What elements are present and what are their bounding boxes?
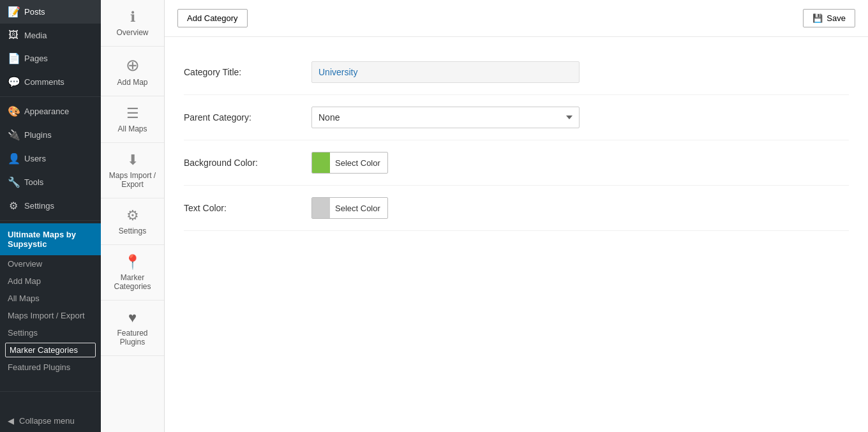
sidebar-item-tools[interactable]: 🔧 Tools (0, 170, 101, 194)
featured-plugins-icon: ♥ (128, 309, 137, 326)
plugin-secondary-sidebar: ℹ Overview ⊕ Add Map ☰ All Maps ⬇ Maps I… (101, 0, 165, 432)
subitem-all-maps[interactable]: All Maps (0, 290, 101, 307)
sidebar-item-posts[interactable]: 📝 Posts (0, 0, 101, 24)
main-content: Add Category 💾 Save Category Title: Pare… (165, 0, 868, 432)
plugin-nav-import-export[interactable]: ⬇ Maps Import / Export (101, 143, 164, 198)
tools-icon: 🔧 (8, 176, 19, 188)
all-maps-icon: ☰ (126, 105, 139, 122)
background-color-swatch (312, 153, 330, 173)
users-icon: 👤 (8, 153, 19, 165)
plugin-nav-marker-categories[interactable]: 📍 Marker Categories (101, 245, 164, 301)
settings-icon: ⚙ (8, 200, 19, 212)
category-title-label: Category Title: (184, 67, 311, 77)
pages-icon: 📄 (8, 52, 19, 64)
subitem-add-map[interactable]: Add Map (0, 272, 101, 290)
subitem-featured-plugins[interactable]: Featured Plugins (0, 359, 101, 376)
settings-nav-icon: ⚙ (126, 207, 139, 224)
background-color-field: Select Color (311, 152, 849, 174)
sidebar-item-users[interactable]: 👤 Users (0, 147, 101, 170)
plugin-nav-overview[interactable]: ℹ Overview (101, 0, 164, 47)
sidebar-item-settings[interactable]: ⚙ Settings (0, 194, 101, 218)
category-title-input[interactable] (311, 61, 580, 83)
parent-category-row: Parent Category: None (184, 95, 849, 140)
subitem-maps-import-export[interactable]: Maps Import / Export (0, 307, 101, 324)
category-form: Category Title: Parent Category: None Ba… (165, 37, 868, 244)
plugin-nav-featured-plugins[interactable]: ♥ Featured Plugins (101, 301, 164, 356)
background-color-label-text: Select Color (330, 158, 385, 168)
background-color-button[interactable]: Select Color (311, 152, 388, 174)
sidebar-item-pages[interactable]: 📄 Pages (0, 47, 101, 70)
marker-categories-icon: 📍 (124, 254, 141, 271)
add-map-icon: ⊕ (126, 56, 140, 75)
text-color-button[interactable]: Select Color (311, 197, 388, 219)
subitem-settings[interactable]: Settings (0, 324, 101, 341)
overview-icon: ℹ (130, 9, 135, 26)
sidebar-item-comments[interactable]: 💬 Comments (0, 70, 101, 94)
plugin-nav-settings[interactable]: ⚙ Settings (101, 198, 164, 245)
sidebar-item-media[interactable]: 🖼 Media (0, 24, 101, 47)
collapse-menu-button[interactable]: ◀ Collapse menu (0, 410, 101, 432)
plugin-nav-all-maps[interactable]: ☰ All Maps (101, 96, 164, 143)
sidebar-item-appearance[interactable]: 🎨 Appearance (0, 100, 101, 123)
plugin-title[interactable]: Ultimate Maps by Supsystic (0, 223, 101, 255)
posts-icon: 📝 (8, 6, 19, 18)
add-category-button[interactable]: Add Category (177, 9, 248, 27)
parent-category-select[interactable]: None (311, 107, 580, 128)
text-color-field: Select Color (311, 197, 849, 219)
save-button[interactable]: 💾 Save (803, 9, 855, 27)
text-color-row: Text Color: Select Color (184, 186, 849, 231)
text-color-label: Text Color: (184, 203, 311, 213)
category-title-field (311, 61, 849, 83)
category-title-row: Category Title: (184, 50, 849, 95)
parent-category-field: None (311, 107, 849, 128)
save-icon: 💾 (812, 13, 823, 23)
text-color-label-text: Select Color (330, 204, 385, 213)
subitem-marker-categories[interactable]: Marker Categories (5, 343, 96, 357)
parent-category-label: Parent Category: (184, 112, 311, 123)
collapse-icon: ◀ (8, 416, 14, 426)
main-header: Add Category 💾 Save (165, 0, 868, 37)
text-color-swatch (312, 198, 330, 218)
background-color-row: Background Color: Select Color (184, 140, 849, 186)
background-color-label: Background Color: (184, 158, 311, 168)
media-icon: 🖼 (8, 29, 19, 41)
import-export-icon: ⬇ (127, 152, 138, 168)
sidebar-item-plugins[interactable]: 🔌 Plugins (0, 123, 101, 147)
appearance-icon: 🎨 (8, 105, 19, 117)
subitem-overview[interactable]: Overview (0, 255, 101, 272)
plugin-nav-add-map[interactable]: ⊕ Add Map (101, 47, 164, 96)
plugins-icon: 🔌 (8, 129, 19, 141)
wp-sidebar: 📝 Posts 🖼 Media 📄 Pages 💬 Comments 🎨 App… (0, 0, 101, 432)
comments-icon: 💬 (8, 76, 19, 88)
